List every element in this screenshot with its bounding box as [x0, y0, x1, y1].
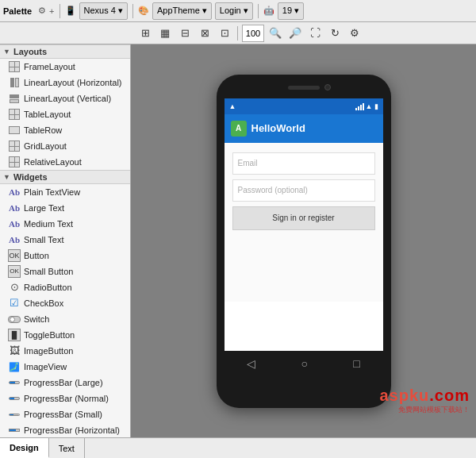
palette-item-relativelayout[interactable]: RelativeLayout [0, 154, 130, 170]
category-layouts[interactable]: ▼ Layouts [0, 44, 130, 59]
phone-screen: ▲ ▲ ▮ A H [225, 98, 383, 376]
palette-item-switch[interactable]: Switch [0, 311, 130, 327]
linearlayout-h-icon [8, 76, 21, 89]
second-toolbar: ⊞ ▦ ⊟ ⊠ ⊡ 100 🔍 🔎 ⛶ ↻ ⚙ [0, 22, 476, 44]
canvas-toolbar-section: ⊞ ▦ ⊟ ⊠ ⊡ 100 🔍 🔎 ⛶ ↻ ⚙ [136, 25, 363, 42]
separator-2 [132, 4, 133, 18]
smalltext-icon: Ab [8, 233, 21, 246]
framelayout-icon [8, 60, 21, 73]
fit-icon[interactable]: ⊡ [216, 25, 233, 42]
canvas-area: ▲ ▲ ▮ A H [131, 44, 476, 437]
signal-bar-1 [355, 108, 357, 110]
status-left: ▲ [229, 102, 236, 110]
palette-item-radiobutton[interactable]: ⊙ RadioButton [0, 279, 130, 295]
zoom-in-icon[interactable]: 🔍 [267, 25, 284, 42]
columns-icon[interactable]: ▦ [156, 25, 174, 42]
palette-item-linearlayout-h[interactable]: LinearLayout (Horizontal) [0, 75, 130, 90]
api-selector[interactable]: 19 ▾ [278, 2, 304, 20]
widgets-arrow-icon: ▼ [3, 173, 10, 181]
top-toolbar: Palette ⚙ + 📱 Nexus 4 ▾ 🎨 AppTheme ▾ Log… [0, 0, 476, 22]
activity-selector[interactable]: Login ▾ [215, 2, 253, 20]
palette-item-progressbar-small[interactable]: ProgressBar (Small) [0, 406, 130, 422]
palette-item-gridlayout[interactable]: GridLayout [0, 138, 130, 154]
zoom-display: 100 [242, 25, 264, 42]
separator-1 [60, 4, 60, 18]
separator-4 [237, 26, 238, 40]
checkbox-icon: ☑ [8, 297, 21, 310]
settings-icon[interactable]: ⚙ [346, 25, 363, 42]
main-layout: ▼ Layouts FrameLayout LinearLayout (Hori… [0, 44, 476, 437]
widgets-label: Widgets [13, 172, 48, 182]
refresh-icon[interactable]: ↻ [326, 25, 344, 42]
palette-item-togglebutton[interactable]: ▐▌ ToggleButton [0, 327, 130, 343]
device-icon: 📱 [65, 6, 76, 16]
device-selector[interactable]: Nexus 4 ▾ [79, 2, 128, 20]
tab-design[interactable]: Design [0, 438, 49, 458]
palette-item-imagebutton[interactable]: 🖼 ImageButton [0, 343, 130, 359]
signal-bars-icon [355, 102, 364, 110]
tab-text[interactable]: Text [49, 438, 85, 458]
palette-item-smallbutton[interactable]: OK Small Button [0, 264, 130, 279]
palette-item-progressbar-horizontal[interactable]: ProgressBar (Horizontal) [0, 422, 130, 437]
palette-item-button[interactable]: OK Button [0, 248, 130, 264]
palette-item-framelayout[interactable]: FrameLayout [0, 59, 130, 75]
layouts-label: Layouts [13, 47, 47, 56]
palette-item-imageview[interactable]: 🗾 ImageView [0, 359, 130, 375]
theme-icon: 🎨 [138, 6, 149, 16]
zoom-out-icon[interactable]: 🔎 [286, 25, 304, 42]
android-icon: 🤖 [263, 6, 274, 16]
progressbar-horizontal-icon [8, 424, 21, 437]
palette-item-plaintextview[interactable]: Ab Plain TextView [0, 184, 130, 200]
palette-item-mediumtext[interactable]: Ab Medium Text [0, 216, 130, 232]
button-icon: OK [8, 249, 21, 262]
signal-bar-4 [363, 103, 364, 110]
radiobutton-icon: ⊙ [8, 281, 21, 294]
palette-item-tablerow[interactable]: TableRow [0, 122, 130, 138]
bottom-tabs: Design Text [0, 437, 476, 458]
mediumtext-icon: Ab [8, 217, 21, 230]
linearlayout-v-icon [8, 92, 21, 105]
phone-nav-bar: ◁ ○ □ [225, 351, 383, 376]
palette-item-progressbar-large[interactable]: ProgressBar (Large) [0, 375, 130, 391]
plaintextview-icon: Ab [8, 186, 21, 198]
palette-sidebar: ▼ Layouts FrameLayout LinearLayout (Hori… [0, 44, 131, 437]
progressbar-small-icon [8, 408, 21, 421]
relativelayout-icon [8, 156, 21, 168]
palette-item-smalltext[interactable]: Ab Small Text [0, 232, 130, 248]
back-nav-icon: ◁ [247, 357, 255, 370]
smallbutton-icon: OK [8, 265, 21, 278]
app-title: HelloWorld [251, 122, 305, 134]
recent-nav-icon: □ [353, 357, 359, 370]
watermark-sub: 免费网站模板下载站！ [380, 405, 470, 415]
category-widgets[interactable]: ▼ Widgets [0, 170, 130, 184]
sign-in-button-display: Sign in or register [232, 206, 375, 230]
email-field-display: Email [232, 152, 375, 175]
separator-3 [258, 4, 259, 18]
tablerow-icon [8, 124, 21, 137]
flow-icon[interactable]: ⊠ [196, 25, 213, 42]
phone-mockup: ▲ ▲ ▮ A H [217, 75, 391, 408]
fit-screen-icon[interactable]: ⛶ [306, 25, 324, 42]
palette-item-progressbar-normal[interactable]: ProgressBar (Normal) [0, 391, 130, 406]
phone-status-bar: ▲ ▲ ▮ [225, 98, 383, 114]
password-field-display: Password (optional) [232, 179, 375, 202]
palette-title: Palette [3, 6, 32, 16]
home-nav-icon: ○ [301, 357, 308, 370]
grid-icon[interactable]: ⊟ [176, 25, 194, 42]
switch-icon [8, 313, 21, 325]
phone-camera [324, 84, 331, 90]
theme-selector[interactable]: AppTheme ▾ [152, 2, 212, 20]
palette-item-largetext[interactable]: Ab Large Text [0, 200, 130, 216]
progressbar-large-icon [8, 376, 21, 389]
status-right: ▲ ▮ [355, 102, 378, 110]
add-icon[interactable]: + [49, 6, 54, 16]
layout-mode-icon[interactable]: ⊞ [136, 25, 154, 42]
gear-icon[interactable]: ⚙ [38, 6, 46, 16]
phone-content: Email Password (optional) Sign in or reg… [225, 143, 383, 302]
palette-item-tablelayout[interactable]: TableLayout [0, 106, 130, 122]
palette-item-checkbox[interactable]: ☑ CheckBox [0, 295, 130, 311]
wifi-icon: ▲ [366, 102, 373, 110]
togglebutton-icon: ▐▌ [8, 329, 21, 341]
tablelayout-icon [8, 108, 21, 121]
palette-item-linearlayout-v[interactable]: LinearLayout (Vertical) [0, 90, 130, 106]
